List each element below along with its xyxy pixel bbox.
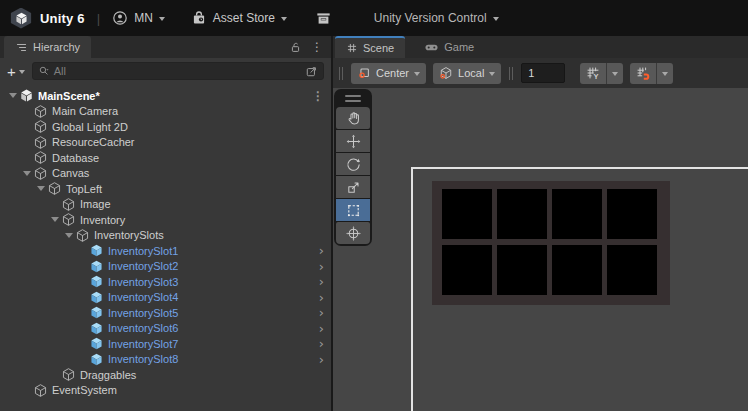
inventory-slot[interactable] [552, 245, 602, 295]
hierarchy-row[interactable]: EventSystem [0, 383, 331, 399]
prefab-chevron-icon[interactable]: › [319, 321, 324, 337]
hand-tool-button[interactable] [336, 107, 370, 129]
inventory-slot[interactable] [552, 189, 602, 239]
archive-box-icon [315, 10, 332, 27]
hierarchy-row[interactable]: MainScene*⋮ [0, 88, 331, 104]
toolbar-drag-handle[interactable] [338, 67, 344, 80]
hierarchy-item-label: InventorySlots [94, 229, 164, 241]
inventory-slot[interactable] [442, 189, 492, 239]
account-menu-button[interactable]: MN [112, 10, 165, 26]
foldout-icon[interactable] [34, 186, 47, 191]
transform-tool-button[interactable] [336, 222, 370, 244]
move-tool-button[interactable] [336, 130, 370, 152]
hierarchy-row[interactable]: InventorySlot8› [0, 352, 331, 368]
prefab-icon [89, 290, 104, 305]
archive-button[interactable] [315, 10, 332, 27]
prefab-chevron-icon[interactable]: › [319, 274, 324, 290]
hierarchy-row[interactable]: Image [0, 197, 331, 213]
grid-visibility-dropdown[interactable] [606, 63, 623, 84]
scene-tabstrip: Scene Game [333, 36, 748, 58]
hierarchy-row[interactable]: Inventory [0, 212, 331, 228]
rotate-tool-button[interactable] [336, 153, 370, 175]
prefab-chevron-icon[interactable]: › [319, 336, 324, 352]
inventory-slot[interactable] [607, 189, 657, 239]
overlay-drag-handle[interactable] [336, 93, 370, 107]
prefab-chevron-icon[interactable]: › [319, 243, 324, 259]
tab-scene[interactable]: Scene [335, 36, 405, 58]
foldout-icon[interactable] [62, 233, 75, 238]
asset-store-bag-icon [191, 10, 207, 26]
hierarchy-item-label: InventorySlot5 [108, 307, 178, 319]
cube-icon [33, 104, 48, 119]
hierarchy-row[interactable]: InventorySlot3› [0, 274, 331, 290]
grid-size-input[interactable]: 1 [521, 63, 565, 83]
cube-icon [61, 212, 76, 227]
hierarchy-row[interactable]: Database [0, 150, 331, 166]
create-object-button[interactable]: + [7, 64, 25, 79]
hierarchy-row[interactable]: Canvas [0, 166, 331, 182]
scene-viewport[interactable] [333, 88, 748, 411]
hierarchy-row[interactable]: Draggables [0, 367, 331, 383]
hierarchy-item-label: TopLeft [66, 183, 102, 195]
search-placeholder: All [54, 65, 301, 77]
asset-store-button[interactable]: Asset Store [191, 10, 287, 26]
pivot-center-icon [357, 66, 371, 80]
chevron-down-icon [19, 70, 25, 74]
prefab-chevron-icon[interactable]: › [319, 290, 324, 306]
popout-window-icon[interactable] [305, 65, 318, 78]
hierarchy-row[interactable]: InventorySlot6› [0, 321, 331, 337]
scene-icon [19, 88, 34, 103]
hierarchy-item-label: InventorySlot6 [108, 322, 178, 334]
hierarchy-item-label: Image [80, 198, 111, 210]
hierarchy-row[interactable]: ResourceCacher [0, 135, 331, 151]
grid-visibility-group: Y [580, 63, 623, 84]
toolbar-drag-handle[interactable] [508, 67, 514, 80]
grid-snapping-button[interactable] [630, 63, 656, 84]
hierarchy-row[interactable]: TopLeft [0, 181, 331, 197]
hierarchy-row[interactable]: Main Camera [0, 104, 331, 120]
hierarchy-tabstrip: Hierarchy ⋮ [0, 36, 331, 58]
hierarchy-row[interactable]: Global Light 2D [0, 119, 331, 135]
hierarchy-item-label: Database [52, 152, 99, 164]
foldout-icon[interactable] [6, 93, 19, 98]
prefab-icon [89, 321, 104, 336]
hierarchy-row[interactable]: InventorySlots [0, 228, 331, 244]
inventory-slot[interactable] [497, 245, 547, 295]
hierarchy-row[interactable]: InventorySlot7› [0, 336, 331, 352]
prefab-icon [89, 305, 104, 320]
prefab-chevron-icon[interactable]: › [319, 352, 324, 368]
hierarchy-row[interactable]: InventorySlot4› [0, 290, 331, 306]
rect-tool-button[interactable] [336, 199, 370, 221]
prefab-chevron-icon[interactable]: › [319, 259, 324, 275]
foldout-icon[interactable] [20, 171, 33, 176]
prefab-chevron-icon[interactable]: › [319, 305, 324, 321]
chevron-down-icon [281, 17, 287, 21]
scene-menu-icon[interactable]: ⋮ [312, 88, 324, 104]
unlock-icon[interactable] [289, 41, 302, 54]
hierarchy-row[interactable]: InventorySlot5› [0, 305, 331, 321]
grid-visibility-button[interactable]: Y [580, 63, 606, 84]
grid-snapping-dropdown[interactable] [656, 63, 673, 84]
inventory-slot[interactable] [607, 245, 657, 295]
tab-game[interactable]: Game [413, 36, 485, 58]
chevron-down-icon [612, 72, 618, 76]
cube-icon [33, 166, 48, 181]
pivot-mode-button[interactable]: Center [351, 63, 426, 84]
search-input[interactable]: All [32, 62, 324, 80]
inventory-slot[interactable] [442, 245, 492, 295]
hierarchy-row[interactable]: InventorySlot2› [0, 259, 331, 275]
orientation-button[interactable]: Local [433, 63, 501, 84]
panel-menu-icon[interactable]: ⋮ [311, 41, 323, 53]
hierarchy-row[interactable]: InventorySlot1› [0, 243, 331, 259]
hierarchy-item-label: Main Camera [52, 105, 118, 117]
tab-hierarchy[interactable]: Hierarchy [4, 36, 91, 58]
version-control-button[interactable]: Unity Version Control [374, 11, 499, 25]
grid-snap-magnet-icon [635, 65, 651, 81]
foldout-icon[interactable] [48, 217, 61, 222]
hierarchy-item-label: InventorySlot1 [108, 245, 178, 257]
inventory-panel[interactable] [432, 181, 670, 305]
tab-scene-label: Scene [363, 42, 394, 54]
inventory-slot[interactable] [497, 189, 547, 239]
prefab-icon [89, 243, 104, 258]
scale-tool-button[interactable] [336, 176, 370, 198]
